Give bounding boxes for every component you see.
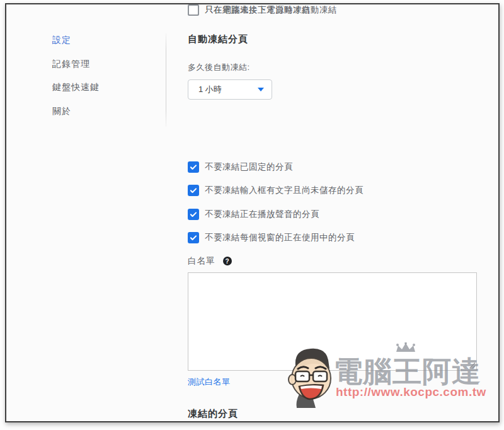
watermark-site-url: http://www.kocpc.com.tw [336, 385, 486, 399]
sidebar-item-history[interactable]: 記錄管理 [52, 59, 90, 70]
checkmark-icon [189, 163, 198, 171]
checkbox-label: 不要凍結輸入框有文字且尚未儲存的分頁 [205, 185, 364, 196]
checkbox-label: 不要凍結已固定的分頁 [205, 161, 293, 173]
help-icon[interactable]: ? [223, 257, 232, 265]
sidebar-item-settings[interactable]: 設定 [52, 35, 71, 46]
checkbox[interactable] [188, 209, 199, 220]
timeout-select[interactable]: 1 小時 [188, 79, 272, 100]
checkbox-label: 不要凍結正在播放聲音的分頁 [205, 209, 319, 220]
sidebar-divider [166, 33, 166, 127]
page-title: 自動凍結分頁 [188, 33, 248, 45]
test-whitelist-link[interactable]: 測試白名單 [188, 376, 231, 388]
checkbox-label: 不要凍結每個視窗的正在使用中的分頁 [205, 232, 355, 243]
whitelist-textarea[interactable] [188, 272, 477, 371]
checkbox-row-skip-audio[interactable]: 不要凍結正在播放聲音的分頁 [188, 209, 319, 220]
checkbox[interactable] [188, 232, 199, 243]
checkbox[interactable] [188, 161, 199, 173]
checkmark-icon [189, 186, 198, 195]
checkbox-row-skip-pinned[interactable]: 不要凍結已固定的分頁 [188, 161, 293, 173]
timeout-label: 多久後自動凍結: [188, 62, 250, 73]
frozen-tabs-title: 凍結的分頁 [188, 408, 238, 420]
settings-window: 設定 記錄管理 鍵盤快速鍵 關於 自動凍結分頁 多久後自動凍結: 1 小時 不要… [5, 3, 500, 422]
sidebar-item-keyboard-shortcuts[interactable]: 鍵盤快速鍵 [52, 82, 100, 93]
sidebar-item-about[interactable]: 關於 [52, 106, 71, 117]
checkbox-row-only-on-battery[interactable]: 只在電腦未接上電源時才自動凍結 [188, 4, 337, 16]
checkbox[interactable] [188, 4, 199, 16]
checkmark-icon [189, 233, 198, 242]
checkbox-label: 只在電腦未接上電源時才自動凍結 [205, 4, 337, 16]
timeout-selected-value: 1 小時 [198, 84, 258, 95]
checkbox[interactable] [188, 185, 199, 196]
checkmark-icon [189, 210, 198, 219]
checkbox-row-skip-unsaved-input[interactable]: 不要凍結輸入框有文字且尚未儲存的分頁 [188, 185, 364, 196]
whitelist-label: 白名單 [188, 255, 215, 267]
checkbox-row-skip-active-tab[interactable]: 不要凍結每個視窗的正在使用中的分頁 [188, 232, 355, 243]
chevron-down-icon [258, 88, 264, 91]
whitelist-header: 白名單 ? [188, 255, 232, 267]
